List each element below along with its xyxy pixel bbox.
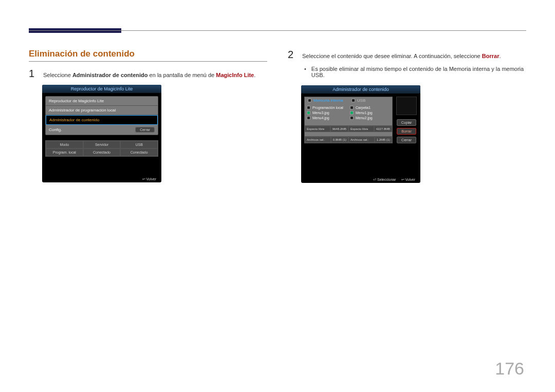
status-header-server: Servidor — [83, 141, 121, 148]
selected-info-row: Archivos sel.: 0.8MB (1) Archivos sel.: … — [305, 136, 392, 143]
text: . — [499, 53, 501, 59]
tab-internal-memory[interactable]: Memoria interna — [308, 98, 343, 103]
selected-right-label: Archivos sel.: — [348, 137, 375, 143]
selected-left-label: Archivos sel.: — [305, 137, 331, 143]
text: Es posible eliminar al mismo tiempo el c… — [311, 66, 449, 72]
step-text: Seleccione el contenido que desee elimin… — [302, 52, 501, 61]
device-footer: ⏎ Seleccionar ↩ Volver — [373, 178, 415, 182]
space-free-left-value: 9648.2MB — [330, 126, 348, 132]
menu-list: Reproductor de MagicInfo Lite Administra… — [45, 96, 158, 135]
highlight-magicinfo: MagicInfo Lite — [216, 72, 254, 78]
text: en la pantalla de menú de — [148, 72, 216, 78]
status-value-server: Conectado — [83, 148, 121, 156]
selected-right-value: 1.2MB (1) — [375, 137, 392, 143]
device-screenshot-menu: Reproductor de MagicInfo Lite Reproducto… — [42, 85, 161, 182]
text: y la memoria — [490, 66, 524, 72]
text: Seleccione — [43, 72, 72, 78]
highlight-delete: Borrar — [482, 53, 499, 59]
file-item[interactable]: Menu1.jpg — [350, 111, 390, 115]
file-item[interactable]: Menu4.jpg — [307, 116, 347, 120]
status-header-usb: USB — [120, 141, 158, 148]
bold-usb: USB — [311, 72, 323, 78]
right-column: 2 Seleccione el contenido que desee elim… — [288, 49, 526, 183]
menu-item-config[interactable]: Config. Cerrar — [46, 125, 158, 135]
preview-thumbnail — [396, 97, 417, 115]
space-free-left-label: Espacio libre — [305, 126, 330, 132]
device-title: Reproductor de MagicInfo Lite — [42, 85, 161, 93]
copy-button[interactable]: Copiar — [397, 119, 416, 126]
close-button[interactable]: Cerrar — [135, 127, 155, 133]
text: . — [254, 72, 255, 78]
content-pane: Memoria interna USB Programación local C… — [304, 97, 393, 143]
close-button[interactable]: Cerrar — [397, 137, 416, 143]
menu-item-content-manager[interactable]: Administrador de contenido — [46, 115, 158, 125]
left-column: Eliminación de contenido 1 Seleccione Ad… — [29, 49, 267, 183]
space-info-row: Espacio libre 9648.2MB Espacio libre 422… — [305, 125, 392, 132]
storage-tabs: Memoria interna USB — [305, 97, 392, 105]
action-pane: Copiar Borrar Cerrar — [396, 97, 417, 143]
selected-left-value: 0.8MB (1) — [331, 137, 348, 143]
section-heading: Eliminación de contenido — [29, 49, 267, 62]
file-grid: Programación local Carpeta1 Menu3.jpg Me… — [305, 105, 392, 121]
step-2: 2 Seleccione el contenido que desee elim… — [288, 49, 526, 61]
space-free-right-label: Espacio libre — [348, 126, 374, 132]
status-value-mode: Program. local — [46, 148, 83, 156]
step-number: 2 — [288, 49, 295, 61]
header-divider — [29, 30, 526, 31]
menu-item-schedule[interactable]: Administrador de programación local — [46, 106, 158, 115]
file-item[interactable]: Menu3.jpg — [307, 111, 347, 115]
step-number: 1 — [29, 68, 36, 80]
file-item[interactable]: Menu2.jpg — [350, 116, 390, 120]
bullet-note: Es posible eliminar al mismo tiempo el c… — [304, 66, 526, 78]
bold-text: Administrador de contenido — [72, 72, 148, 78]
page-number: 176 — [495, 359, 524, 379]
step-text: Seleccione Administrador de contenido en… — [43, 71, 255, 80]
delete-button[interactable]: Borrar — [397, 128, 416, 135]
tab-usb[interactable]: USB — [351, 98, 365, 103]
menu-item-player[interactable]: Reproductor de MagicInfo Lite — [46, 97, 158, 106]
text: Seleccione el contenido que desee elimin… — [302, 53, 482, 59]
footer-back[interactable]: ↩ Volver — [401, 178, 415, 182]
status-grid: Modo Servidor USB Program. local Conecta… — [45, 140, 158, 157]
device-footer-back[interactable]: ↩ Volver — [142, 177, 156, 181]
footer-select[interactable]: ⏎ Seleccionar — [373, 178, 396, 182]
device-title: Administrador de contenido — [301, 85, 420, 94]
space-free-right-value: 4227.8MB — [374, 126, 392, 132]
bold-internal-memory: Memoria interna — [449, 66, 490, 72]
file-item[interactable]: Programación local — [307, 106, 347, 109]
text: . — [323, 72, 324, 78]
status-header-mode: Modo — [46, 141, 83, 148]
status-value-usb: Conectado — [120, 148, 158, 156]
file-item[interactable]: Carpeta1 — [350, 106, 390, 109]
device-screenshot-content-manager: Administrador de contenido Memoria inter… — [301, 85, 420, 183]
page-body: Eliminación de contenido 1 Seleccione Ad… — [29, 49, 526, 183]
step-1: 1 Seleccione Administrador de contenido … — [29, 68, 267, 80]
